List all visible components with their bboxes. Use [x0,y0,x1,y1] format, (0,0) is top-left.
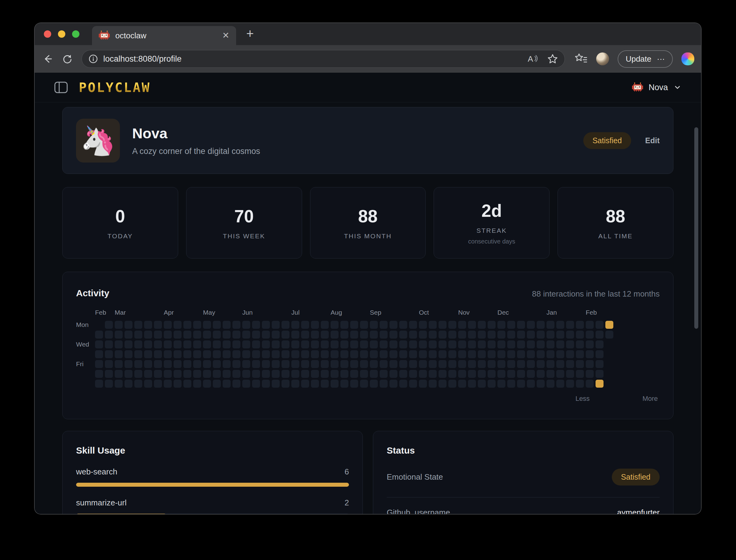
heatmap-cell [517,340,525,348]
heatmap-cell [154,350,162,358]
heatmap-cell [507,370,515,378]
heatmap-cell [183,370,191,378]
heatmap-cell [331,370,339,378]
heatmap-day-label: Mon [76,321,93,329]
heatmap-cell [409,360,417,368]
close-window-button[interactable] [44,30,51,38]
heatmap-cell [282,380,289,388]
status-row: Emotional StateSatisfied [387,469,660,485]
update-button[interactable]: Update ··· [618,50,673,68]
heatmap-cell [527,331,535,339]
heatmap-cell [262,340,270,348]
heatmap-cell [331,340,339,348]
heatmap-cell [223,360,231,368]
heatmap-cell [213,380,221,388]
heatmap-cell [95,350,103,358]
heatmap-cell [576,350,584,358]
scrollbar-thumb[interactable] [694,127,698,329]
heatmap-cell [134,350,142,358]
status-label: Emotional State [387,472,443,482]
heatmap-cell [134,370,142,378]
heatmap-cell [331,380,339,388]
skill-count: 2 [345,498,349,508]
url-text[interactable]: localhost:8080/profile [103,54,526,64]
status-value: aymenfurter [617,508,660,514]
heatmap-cell [95,380,103,388]
heatmap-cell [272,380,280,388]
edit-button[interactable]: Edit [645,136,660,145]
heatmap-month-label: Aug [331,309,342,316]
agent-menu[interactable]: Nova [632,82,681,92]
favorites-collections-icon[interactable] [574,53,588,65]
heatmap-cell [203,340,211,348]
heatmap-cell [321,370,329,378]
heatmap-cell [291,350,299,358]
heatmap-cell [350,350,358,358]
heatmap-cell [95,370,103,378]
heatmap-cell [360,321,368,329]
heatmap-cell [350,360,358,368]
heatmap-month-label: Nov [458,309,470,316]
heatmap-cell [389,331,397,339]
heatmap-cell [566,360,574,368]
read-aloud-icon[interactable]: A [526,53,539,65]
heatmap-cell [478,360,486,368]
heatmap-cell [164,350,172,358]
heatmap-cell [291,360,299,368]
browser-menu-dots-icon[interactable]: ··· [657,54,665,64]
heatmap-cell [291,380,299,388]
heatmap-cell [134,321,142,329]
heatmap-cell [193,350,201,358]
heatmap-cell [193,380,201,388]
heatmap-cell [566,321,574,329]
app-header: POLYCLAW Nova [35,73,701,102]
heatmap-cell [468,340,476,348]
stat-value: 88 [358,206,378,226]
address-bar[interactable]: localhost:8080/profile A [82,50,565,68]
tab-close-icon[interactable]: ✕ [222,31,229,40]
browser-profile-avatar[interactable] [596,52,609,65]
heatmap-cell [262,380,270,388]
heatmap-cell [232,340,240,348]
heatmap-cell [360,340,368,348]
minimize-window-button[interactable] [58,30,65,38]
heatmap-cell [448,340,456,348]
browser-tab[interactable]: octoclaw ✕ [92,26,236,45]
heatmap-cell [497,370,505,378]
heatmap-cell [262,321,270,329]
heatmap-cell [311,321,319,329]
site-info-icon[interactable] [88,54,98,64]
heatmap-cell [311,350,319,358]
stat-label: TODAY [107,232,133,240]
divider [387,497,660,497]
heatmap-cell [272,350,280,358]
heatmap-month-label: Apr [164,309,174,316]
heatmap-cell [311,380,319,388]
heatmap-cell [439,370,447,378]
copilot-icon[interactable] [681,52,694,65]
heatmap-cell [537,321,545,329]
heatmap-cell [311,331,319,339]
heatmap-cell [497,380,505,388]
status-badge: Satisfied [612,469,660,485]
bookmark-star-icon[interactable] [547,53,558,65]
heatmap-cell [183,360,191,368]
status-panel: Status Emotional StateSatisfiedGithub_us… [373,431,673,514]
heatmap-cell [596,360,604,368]
heatmap-cell [546,360,554,368]
heatmap-month-label: Oct [419,309,429,316]
heatmap-cell [458,350,466,358]
new-tab-button[interactable]: + [246,27,254,40]
heatmap-cell [301,321,309,329]
heatmap-cell [468,321,476,329]
sidebar-toggle-icon[interactable] [54,82,68,93]
heatmap-cell [370,340,378,348]
reload-icon[interactable] [61,53,73,65]
heatmap-cell [331,321,339,329]
heatmap-cell [262,370,270,378]
heatmap-cell [429,380,437,388]
back-icon[interactable] [41,53,53,65]
zoom-window-button[interactable] [72,30,79,38]
heatmap-cell [488,380,496,388]
heatmap-cell [448,331,456,339]
